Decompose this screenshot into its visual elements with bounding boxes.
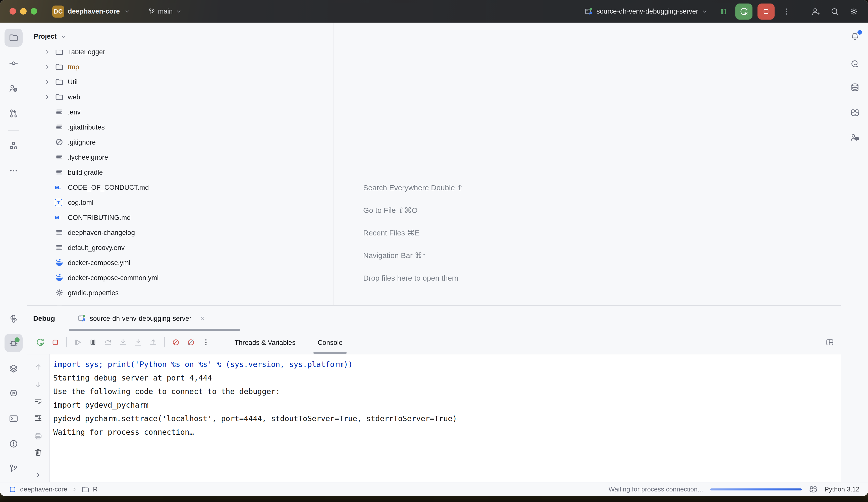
tree-item[interactable]: .lycheeignore <box>27 149 333 165</box>
layout-settings-button[interactable] <box>825 338 834 347</box>
project-widget[interactable]: DC deephaven-core <box>52 5 130 17</box>
project-tree: TableLogger tmp Util <box>27 50 333 305</box>
more-debug-actions-button[interactable] <box>199 336 213 349</box>
layout-icon <box>825 338 834 347</box>
console-output[interactable]: import sys; print('Python %s on %s' % (s… <box>50 354 841 482</box>
tree-item[interactable]: docker-compose.yml <box>27 255 333 270</box>
pause-program-button[interactable] <box>716 4 730 18</box>
tab-console[interactable]: Console <box>318 331 343 354</box>
tree-item[interactable]: tmp <box>27 59 333 74</box>
clear-console-button[interactable] <box>33 447 43 457</box>
more-toolwindows-button[interactable] <box>4 161 22 180</box>
tree-item[interactable]: CONTRIBUTING.md <box>27 210 333 225</box>
scroll-to-end-button[interactable] <box>33 412 43 423</box>
step-out-button[interactable] <box>147 336 160 349</box>
vcs-branch-widget[interactable]: main <box>147 7 182 15</box>
print-button[interactable] <box>33 431 43 441</box>
debug-active-dot <box>14 337 19 342</box>
notifications-button[interactable] <box>846 29 864 47</box>
resume-button[interactable] <box>71 336 84 349</box>
soft-wrap-button[interactable] <box>33 397 43 407</box>
zoom-window-button[interactable] <box>31 8 37 14</box>
toolwindow-project-button[interactable] <box>4 29 22 47</box>
left-toolwindow-bar <box>0 23 27 482</box>
view-breakpoints-button[interactable] <box>169 336 182 349</box>
breadcrumb-folder[interactable]: R <box>93 485 98 493</box>
settings-button[interactable] <box>847 4 861 18</box>
code-with-me-sidebar-button[interactable] <box>846 128 864 147</box>
tree-item[interactable]: deephaven-changelog <box>27 225 333 240</box>
prev-occurrence-button[interactable] <box>33 362 43 372</box>
progress-bar[interactable] <box>710 488 802 490</box>
toolwindow-vcs-button[interactable] <box>4 459 22 478</box>
mute-breakpoints-button[interactable] <box>184 336 197 349</box>
debug-session-tab[interactable]: source-dh-venv-debugging-server <box>77 314 206 323</box>
tree-item[interactable]: gradle.properties <box>27 285 333 300</box>
toolwindow-python-packages-button[interactable] <box>4 310 22 328</box>
close-window-button[interactable] <box>10 8 16 14</box>
folder-icon <box>55 77 68 86</box>
project-panel: Project TableLogger <box>27 23 333 305</box>
tree-item[interactable]: .env <box>27 104 333 119</box>
chevron-right-icon[interactable] <box>44 93 55 101</box>
rerun-debug-button[interactable] <box>735 3 753 19</box>
person-chat-icon <box>850 133 860 143</box>
tree-item-label: .gitignore <box>68 138 96 146</box>
editor-shortcut-hints: Search Everywhere Double ⇧ Go to File ⇧⌘… <box>363 176 463 289</box>
tree-item[interactable]: default_groovy.env <box>27 240 333 255</box>
toolwindow-structure-button[interactable] <box>4 137 22 155</box>
rerun-debug-button[interactable] <box>34 336 47 349</box>
stop-button[interactable] <box>757 3 775 19</box>
close-icon[interactable] <box>199 315 206 322</box>
tree-item[interactable]: build.gradle <box>27 165 333 180</box>
toolwindow-learn-button[interactable] <box>4 79 22 97</box>
tree-item[interactable]: TableLogger <box>27 50 333 59</box>
code-with-me-button[interactable] <box>809 4 823 18</box>
gradle-button[interactable] <box>846 104 864 122</box>
debug-panel-title: Debug <box>33 314 55 322</box>
minimize-window-button[interactable] <box>20 8 27 14</box>
python-interpreter-widget[interactable]: Python 3.12 <box>825 485 859 493</box>
ai-assistant-button[interactable] <box>846 55 864 73</box>
toolbar-divider <box>8 130 19 130</box>
toolwindow-debug-button[interactable] <box>4 334 22 352</box>
tree-item[interactable]: docker-compose-common.yml <box>27 270 333 285</box>
chevron-right-icon[interactable] <box>44 78 55 85</box>
breadcrumb-project[interactable]: deephaven-core <box>20 485 67 493</box>
gear-icon <box>849 7 858 16</box>
stop-button[interactable] <box>49 336 62 349</box>
force-step-into-button[interactable] <box>132 336 145 349</box>
tree-item[interactable]: .gitignore <box>27 135 333 149</box>
ide-window: DC deephaven-core main source-dh-venv-de… <box>0 0 868 496</box>
tree-item[interactable]: web <box>27 90 333 104</box>
tree-item-label: docker-compose.yml <box>68 259 130 266</box>
step-over-button[interactable] <box>102 336 114 349</box>
next-occurrence-button[interactable] <box>33 379 43 389</box>
step-into-button[interactable] <box>116 336 130 349</box>
tree-item[interactable]: .gitattributes <box>27 119 333 135</box>
tree-item[interactable]: Util <box>27 74 333 90</box>
run-configuration-selector[interactable]: source-dh-venv-debugging-server <box>585 7 708 16</box>
toolwindow-problems-button[interactable] <box>4 435 22 453</box>
tab-threads-variables[interactable]: Threads & Variables <box>235 331 296 354</box>
database-button[interactable] <box>846 78 864 96</box>
chevron-right-icon[interactable] <box>44 50 55 55</box>
toolwindow-commit-button[interactable] <box>4 54 22 72</box>
toolwindow-python-console-button[interactable] <box>4 384 22 402</box>
tree-item[interactable]: CODE_OF_CONDUCT.md <box>27 180 333 195</box>
tree-item[interactable]: gradlew <box>27 300 333 305</box>
tree-item[interactable]: cog.toml <box>27 195 333 210</box>
more-actions-button[interactable] <box>779 4 794 18</box>
pull-request-icon <box>8 108 18 118</box>
expand-gutter-button[interactable] <box>33 470 43 480</box>
tree-item-label: docker-compose-common.yml <box>68 274 159 281</box>
chevron-right-icon[interactable] <box>44 63 55 70</box>
folder-icon <box>81 485 90 493</box>
toolwindow-services-button[interactable] <box>4 359 22 377</box>
project-panel-header[interactable]: Project <box>27 23 333 40</box>
printer-icon <box>33 432 42 441</box>
search-everywhere-button[interactable] <box>828 4 842 18</box>
toolwindow-pull-requests-button[interactable] <box>4 104 22 123</box>
pause-button[interactable] <box>86 336 100 349</box>
toolwindow-terminal-button[interactable] <box>4 410 22 428</box>
